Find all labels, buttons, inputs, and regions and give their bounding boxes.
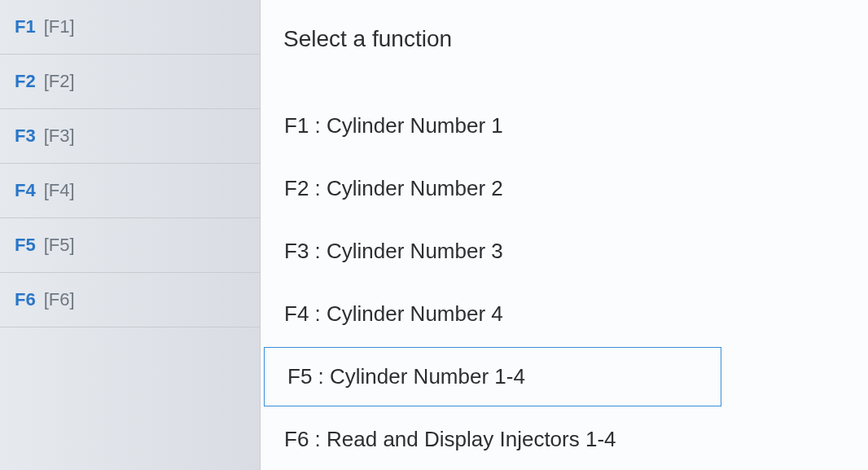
main-panel: Select a function F1 : Cylinder Number 1… xyxy=(261,0,868,470)
sidebar-item-f5[interactable]: F5 [F5] xyxy=(0,218,260,273)
sidebar-bracket-label: [F3] xyxy=(44,125,75,147)
sidebar-bracket-label: [F2] xyxy=(44,71,75,92)
function-item-f5[interactable]: F5 : Cylinder Number 1-4 xyxy=(264,347,721,406)
function-list: F1 : Cylinder Number 1 F2 : Cylinder Num… xyxy=(261,94,868,470)
sidebar-item-f6[interactable]: F6 [F6] xyxy=(0,273,260,327)
function-item-f3[interactable]: F3 : Cylinder Number 3 xyxy=(261,222,868,281)
sidebar-bracket-label: [F5] xyxy=(44,235,75,256)
sidebar-bracket-label: [F4] xyxy=(44,180,75,201)
sidebar: F1 [F1] F2 [F2] F3 [F3] F4 [F4] F5 [F5] … xyxy=(0,0,261,470)
function-item-f6[interactable]: F6 : Read and Display Injectors 1-4 xyxy=(261,410,868,469)
sidebar-item-f3[interactable]: F3 [F3] xyxy=(0,109,260,164)
sidebar-item-f4[interactable]: F4 [F4] xyxy=(0,164,260,218)
sidebar-bracket-label: [F6] xyxy=(44,289,75,310)
function-item-f4[interactable]: F4 : Cylinder Number 4 xyxy=(261,284,868,344)
main-header: Select a function xyxy=(261,0,868,94)
sidebar-key-label: F4 xyxy=(15,180,36,201)
sidebar-item-f2[interactable]: F2 [F2] xyxy=(0,55,260,109)
sidebar-key-label: F2 xyxy=(15,71,36,92)
function-item-f2[interactable]: F2 : Cylinder Number 2 xyxy=(261,159,868,218)
function-item-f1[interactable]: F1 : Cylinder Number 1 xyxy=(261,96,868,156)
sidebar-key-label: F1 xyxy=(15,16,36,37)
sidebar-key-label: F6 xyxy=(15,289,36,310)
sidebar-key-label: F5 xyxy=(15,235,36,256)
sidebar-item-f1[interactable]: F1 [F1] xyxy=(0,0,260,55)
sidebar-bracket-label: [F1] xyxy=(44,16,75,37)
sidebar-key-label: F3 xyxy=(15,125,36,147)
